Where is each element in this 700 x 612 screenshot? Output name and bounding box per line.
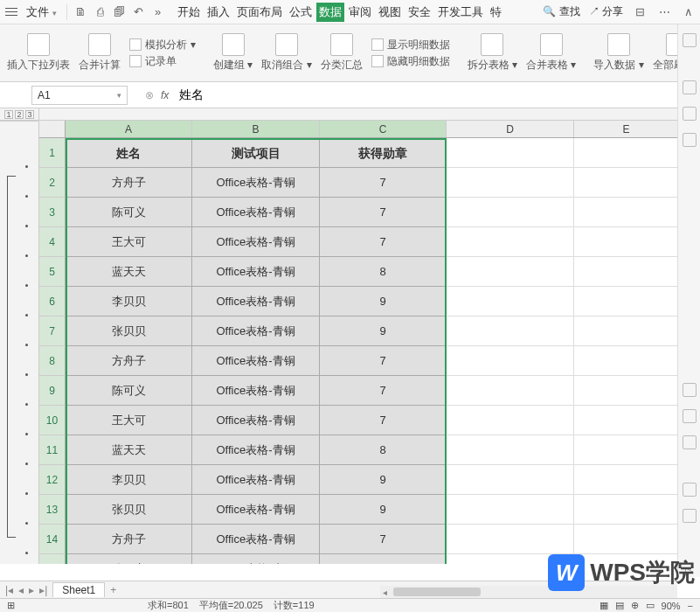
cell[interactable] — [574, 465, 679, 495]
tab-特[interactable]: 特 — [488, 3, 504, 22]
cell[interactable]: 7 — [320, 376, 447, 406]
filter-icon[interactable] — [683, 409, 697, 423]
cell[interactable]: 7 — [320, 406, 447, 435]
tab-安全[interactable]: 安全 — [405, 3, 433, 22]
cell[interactable]: 7 — [320, 525, 447, 554]
share-button[interactable]: ↗ 分享 — [589, 4, 623, 19]
cell[interactable]: 方舟子 — [66, 525, 192, 554]
cell[interactable] — [574, 406, 679, 435]
outline-levels[interactable]: 123 — [0, 108, 39, 120]
cell[interactable]: Office表格-青铜 — [192, 435, 320, 465]
cell[interactable]: 8 — [320, 257, 447, 287]
view-icon[interactable]: ⊞ — [7, 600, 15, 611]
table-row[interactable]: 1姓名测试项目获得勋章 — [39, 138, 700, 168]
table-row[interactable]: 12李贝贝Office表格-青铜9 — [39, 465, 700, 495]
cell[interactable]: 9 — [320, 316, 447, 346]
tab-视图[interactable]: 视图 — [376, 3, 404, 22]
table-row[interactable]: 13张贝贝Office表格-青铜9 — [39, 495, 700, 525]
cell[interactable]: 张贝贝 — [66, 495, 192, 525]
cell[interactable]: Office表格-青铜 — [192, 554, 320, 564]
table-row[interactable]: 8方舟子Office表格-青铜7 — [39, 346, 700, 376]
col-header-c[interactable]: C — [320, 121, 447, 137]
table-row[interactable]: 11蓝天天Office表格-青铜8 — [39, 435, 700, 465]
cell[interactable]: Office表格-青铜 — [192, 168, 320, 198]
add-sheet-button[interactable]: + — [110, 584, 116, 596]
cell[interactable] — [447, 138, 574, 168]
cell[interactable] — [574, 168, 679, 198]
table-row[interactable]: 2方舟子Office表格-青铜7 — [39, 168, 700, 198]
cell[interactable]: 9 — [320, 495, 447, 525]
circle-icon[interactable] — [683, 483, 697, 497]
cell[interactable]: 王大可 — [66, 406, 192, 435]
sheet-nav-prev[interactable]: ◂ — [18, 584, 24, 596]
row-header[interactable]: 1 — [39, 138, 66, 168]
cell[interactable]: 陈可义 — [66, 554, 192, 564]
cell[interactable]: Office表格-青铜 — [192, 198, 320, 227]
preview-icon[interactable]: 🗐 — [112, 4, 128, 20]
col-header-e[interactable]: E — [574, 121, 679, 137]
print-icon[interactable]: ⎙ — [93, 4, 108, 20]
cell[interactable]: 蓝天天 — [66, 257, 192, 287]
row-header[interactable]: 4 — [39, 227, 66, 257]
cell[interactable]: 7 — [320, 168, 447, 198]
cell[interactable]: Office表格-青铜 — [192, 376, 320, 406]
record-button[interactable]: 记录单 — [129, 54, 196, 69]
font-icon[interactable] — [683, 107, 697, 121]
column-headers[interactable]: A B C D E — [39, 121, 700, 138]
spreadsheet-grid[interactable]: A B C D E 1姓名测试项目获得勋章2方舟子Office表格-青铜73陈可… — [39, 121, 700, 564]
name-box[interactable]: A1▾ — [31, 86, 128, 105]
cell[interactable]: 8 — [320, 435, 447, 465]
cell[interactable]: 李贝贝 — [66, 287, 192, 316]
cell[interactable]: Office表格-青铜 — [192, 316, 320, 346]
col-header-b[interactable]: B — [192, 121, 320, 137]
row-header[interactable]: 5 — [39, 257, 66, 287]
sheet-nav-first[interactable]: |◂ — [5, 584, 13, 596]
merge-table-button[interactable]: 合并表格 ▾ — [526, 33, 576, 73]
row-header[interactable]: 15 — [39, 554, 66, 564]
cell[interactable] — [574, 346, 679, 376]
cell[interactable]: 7 — [320, 198, 447, 227]
cell[interactable]: 张贝贝 — [66, 316, 192, 346]
tab-审阅[interactable]: 审阅 — [346, 3, 374, 22]
file-menu[interactable]: 文件 ▾ — [23, 4, 60, 20]
table-row[interactable]: 5蓝天天Office表格-青铜8 — [39, 257, 700, 287]
cell[interactable] — [447, 525, 574, 554]
show-detail-button[interactable]: 显示明细数据 — [371, 38, 450, 52]
cell[interactable]: 陈可义 — [66, 198, 192, 227]
row-header[interactable]: 11 — [39, 435, 66, 465]
view-normal-icon[interactable]: ▦ — [600, 600, 608, 611]
table-row[interactable]: 7张贝贝Office表格-青铜9 — [39, 316, 700, 346]
row-header[interactable]: 2 — [39, 168, 66, 198]
cell[interactable] — [574, 525, 679, 554]
zoom-level[interactable]: 90% — [662, 601, 681, 611]
tab-开始[interactable]: 开始 — [175, 3, 203, 22]
row-header[interactable]: 9 — [39, 376, 66, 406]
whatif-button[interactable]: 模拟分析 ▾ — [129, 38, 196, 52]
cell[interactable]: 测试项目 — [192, 138, 320, 168]
cell[interactable] — [574, 198, 679, 227]
sheet-tab[interactable]: Sheet1 — [52, 582, 105, 597]
cell[interactable]: 9 — [320, 287, 447, 316]
row-header[interactable]: 10 — [39, 406, 66, 435]
chevron-icon[interactable]: ∧ — [681, 4, 697, 20]
table-row[interactable]: 6李贝贝Office表格-青铜9 — [39, 287, 700, 316]
cell[interactable]: 方舟子 — [66, 346, 192, 376]
search-button[interactable]: 🔍 查找 — [543, 4, 579, 19]
row-header[interactable]: 12 — [39, 465, 66, 495]
cell[interactable]: Office表格-青铜 — [192, 346, 320, 376]
zoom-out-icon[interactable]: − — [688, 601, 693, 611]
cell[interactable] — [447, 287, 574, 316]
cell[interactable] — [447, 168, 574, 198]
row-header[interactable]: 13 — [39, 495, 66, 525]
cell[interactable]: Office表格-青铜 — [192, 257, 320, 287]
tab-数据[interactable]: 数据 — [316, 3, 344, 22]
cell[interactable]: 方舟子 — [66, 168, 192, 198]
cell[interactable] — [447, 316, 574, 346]
sheet-nav-next[interactable]: ▸ — [29, 584, 34, 596]
view-read-icon[interactable]: ▭ — [646, 600, 655, 611]
cell[interactable] — [574, 376, 679, 406]
row-header[interactable]: 6 — [39, 287, 66, 316]
cell[interactable]: 7 — [320, 346, 447, 376]
tab-插入[interactable]: 插入 — [204, 3, 232, 22]
row-header[interactable]: 3 — [39, 198, 66, 227]
